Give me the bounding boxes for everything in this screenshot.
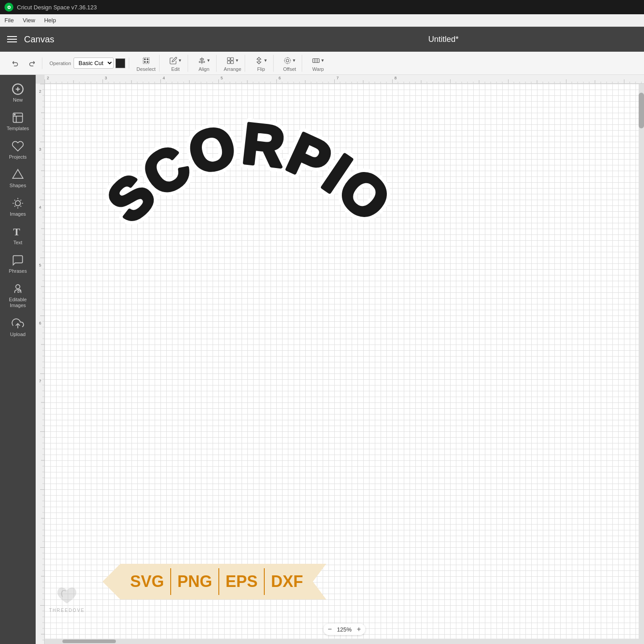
svg-text:SCORPIO: SCORPIO — [95, 111, 404, 234]
ruler-horizontal: 2 3 4 5 6 7 8 — [45, 75, 644, 84]
redo-button[interactable] — [25, 57, 38, 69]
svg-rect-59 — [36, 84, 45, 644]
canvas-area[interactable]: 2 3 4 5 6 7 8 — [36, 75, 644, 644]
sidebar-item-phrases[interactable]: Phrases — [0, 250, 36, 278]
operation-group: Operation Basic Cut — [46, 57, 129, 69]
sidebar-item-new[interactable]: New — [0, 78, 36, 107]
format-divider-3 — [264, 568, 265, 595]
warp-group: ▾ Warp — [306, 55, 330, 72]
operation-dropdown[interactable]: Basic Cut — [74, 57, 114, 69]
scroll-thumb-vertical[interactable] — [639, 93, 644, 128]
format-body: SVG PNG EPS DXF — [120, 564, 313, 599]
scorpio-svg: SCORPIO SCORPIO — [80, 111, 419, 262]
svg-text:7: 7 — [336, 76, 339, 80]
hamburger-menu[interactable] — [7, 36, 17, 42]
undo-button[interactable] — [9, 57, 22, 69]
format-svg: SVG — [125, 572, 169, 591]
menu-bar: File View Help — [0, 14, 644, 27]
svg-rect-0 — [143, 57, 149, 64]
align-button[interactable]: ▾ — [195, 55, 213, 66]
format-dxf: DXF — [266, 572, 308, 591]
svg-text:3: 3 — [39, 147, 41, 152]
flip-button[interactable]: ▾ — [252, 55, 270, 66]
svg-point-13 — [285, 57, 291, 64]
operation-select-container: Basic Cut — [74, 57, 125, 69]
svg-text:5: 5 — [221, 76, 223, 80]
sidebar-templates-label: Templates — [7, 126, 29, 131]
deselect-button[interactable] — [139, 55, 153, 66]
zoom-out-button[interactable]: − — [328, 625, 332, 633]
offset-group: ▾ Offset — [277, 55, 302, 72]
sidebar-editable-images-label: EditableImages — [9, 297, 27, 308]
format-eps: EPS — [220, 572, 263, 591]
flip-label-group: ▾ Flip — [252, 55, 270, 72]
app-title: Cricut Design Space v7.36.123 — [17, 4, 97, 11]
sidebar-shapes-label: Shapes — [9, 183, 26, 188]
cricut-logo: ✿ — [4, 3, 13, 12]
scorpio-design-container[interactable]: SCORPIO SCORPIO — [80, 111, 419, 262]
menu-file[interactable]: File — [4, 17, 14, 24]
scrollbar-horizontal[interactable] — [45, 639, 639, 644]
operation-label: Operation — [49, 61, 71, 66]
svg-point-2 — [147, 58, 148, 60]
align-label-group: ▾ Align — [195, 55, 213, 72]
menu-view[interactable]: View — [23, 17, 35, 24]
sidebar-item-text[interactable]: T Text — [0, 221, 36, 250]
zoom-in-button[interactable]: + — [357, 625, 361, 633]
svg-text:5: 5 — [39, 263, 41, 267]
warp-button[interactable]: ▾ — [309, 55, 327, 66]
scrollbar-vertical[interactable] — [639, 84, 644, 644]
svg-rect-9 — [231, 57, 234, 60]
sidebar-item-shapes[interactable]: Shapes — [0, 164, 36, 193]
arrange-button[interactable]: ▾ — [224, 55, 241, 66]
sidebar-projects-label: Projects — [9, 154, 27, 160]
offset-button[interactable]: ▾ — [281, 55, 298, 66]
svg-text:6: 6 — [279, 76, 281, 80]
warp-label-group: ▾ Warp — [309, 55, 327, 72]
svg-text:T: T — [13, 226, 21, 238]
canvas-grid[interactable]: SCORPIO SCORPIO SVG PNG EPS — [45, 84, 644, 644]
svg-text:6: 6 — [39, 321, 41, 325]
edit-button[interactable]: ▾ — [167, 55, 184, 66]
arrange-group: ▾ Arrange — [220, 55, 245, 72]
format-divider-1 — [170, 568, 171, 595]
arrange-label-group: ▾ Arrange — [224, 55, 241, 72]
sidebar-item-editable-images[interactable]: EditableImages — [0, 278, 36, 313]
watermark-text: THREEDOVE — [49, 608, 85, 613]
format-arrow-left — [103, 564, 120, 599]
svg-text:2: 2 — [39, 89, 41, 94]
sidebar-new-label: New — [13, 97, 23, 103]
svg-rect-10 — [227, 61, 230, 63]
toolbar: Operation Basic Cut Deselect — [0, 52, 644, 75]
title-bar: ✿ Cricut Design Space v7.36.123 — [0, 0, 644, 14]
format-banner: SVG PNG EPS DXF — [103, 564, 326, 599]
svg-point-1 — [144, 58, 145, 60]
ruler-vertical: 2 3 4 5 6 7 — [36, 84, 45, 644]
svg-text:2: 2 — [47, 76, 49, 80]
edit-label-group: ▾ Edit — [167, 55, 184, 72]
sidebar-item-projects[interactable]: Projects — [0, 135, 36, 164]
svg-point-26 — [14, 114, 15, 115]
sidebar-text-label: Text — [13, 240, 22, 245]
format-png: PNG — [172, 572, 217, 591]
svg-point-29 — [16, 285, 20, 289]
main-content: New Templates Projects Shapes — [0, 75, 644, 644]
color-swatch[interactable] — [115, 58, 125, 68]
sidebar-phrases-label: Phrases — [9, 268, 27, 274]
align-group: ▾ Align — [192, 55, 217, 72]
svg-point-12 — [286, 59, 289, 62]
svg-rect-41 — [45, 75, 644, 84]
sidebar-item-images[interactable]: Images — [0, 193, 36, 221]
undo-redo-group — [5, 57, 42, 69]
ruler-corner — [36, 75, 45, 84]
scroll-thumb-horizontal[interactable] — [62, 640, 116, 643]
svg-point-27 — [15, 201, 21, 206]
format-divider-2 — [218, 568, 219, 595]
format-tail-right — [313, 564, 326, 599]
sidebar-item-templates[interactable]: Templates — [0, 107, 36, 135]
sidebar-item-upload[interactable]: Upload — [0, 313, 36, 341]
zoom-control: − 125% + — [323, 623, 365, 635]
menu-help[interactable]: Help — [44, 17, 56, 24]
header: Canvas Untitled* — [0, 27, 644, 52]
svg-rect-8 — [227, 57, 230, 60]
